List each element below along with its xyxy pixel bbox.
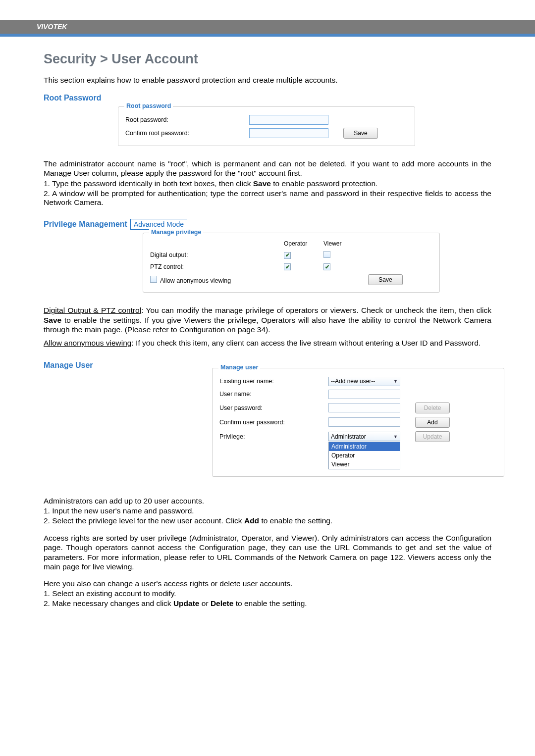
existing-user-label: Existing user name:	[219, 378, 328, 385]
delete-button[interactable]: Delete	[415, 403, 450, 413]
intro-text: This section explains how to enable pass…	[44, 76, 491, 85]
priv-opt-viewer[interactable]: Viewer	[329, 460, 400, 469]
manage-privilege-panel: Manage privilege Operator Viewer Digital…	[143, 233, 440, 293]
root-password-legend: Root password	[124, 102, 173, 109]
row-ptz-control: PTZ control:	[150, 263, 284, 270]
user-password-label: User password:	[219, 404, 328, 411]
mu-p7: 2. Make necessary changes and click Upda…	[44, 599, 491, 608]
allow-anonymous-checkbox[interactable]	[150, 276, 157, 283]
do-viewer-checkbox[interactable]	[323, 251, 330, 258]
advanced-mode-badge: Advanced Mode	[130, 219, 187, 230]
root-password-heading: Root Password	[44, 94, 491, 102]
root-password-label: Root password:	[125, 116, 249, 123]
confirm-root-password-input[interactable]	[249, 128, 328, 138]
ptz-viewer-checkbox[interactable]: ✔	[323, 263, 330, 270]
update-button[interactable]: Update	[415, 431, 450, 442]
manage-user-panel: Manage user Existing user name: --Add ne…	[212, 368, 504, 477]
manage-privilege-legend: Manage privilege	[149, 229, 203, 236]
col-viewer: Viewer	[323, 240, 363, 247]
priv-desc-para: Digital Output & PTZ control: You can mo…	[44, 305, 491, 334]
brand-label: VIVOTEK	[37, 23, 67, 31]
mu-p2: 1. Input the new user's name and passwor…	[44, 506, 491, 515]
root-desc-line2: 2. A window will be prompted for authent…	[44, 189, 491, 207]
ptz-operator-checkbox[interactable]: ✔	[284, 263, 291, 270]
mu-p3: 2. Select the privilege level for the ne…	[44, 516, 491, 525]
row-allow-anonymous: Allow anonymous viewing	[150, 276, 284, 284]
root-save-button[interactable]: Save	[343, 128, 378, 139]
anon-desc-para: Allow anonymous viewing: If you check th…	[44, 338, 491, 348]
doc-header: VIVOTEK	[0, 20, 535, 34]
mu-p6: 1. Select an existing account to modify.	[44, 589, 491, 598]
page-title: Security > User Account	[44, 51, 491, 67]
user-password-input[interactable]	[328, 403, 400, 412]
chevron-down-icon: ▼	[393, 434, 398, 439]
user-name-label: User name:	[219, 391, 328, 398]
existing-user-select[interactable]: --Add new user--▼	[328, 377, 400, 386]
do-operator-checkbox[interactable]: ✔	[284, 252, 291, 259]
privilege-select[interactable]: Administrator▼	[328, 432, 400, 441]
confirm-root-password-label: Confirm root password:	[125, 130, 249, 137]
confirm-user-password-input[interactable]	[328, 417, 400, 427]
root-password-input[interactable]	[249, 115, 328, 125]
add-button[interactable]: Add	[415, 417, 450, 428]
priv-opt-admin[interactable]: Administrator	[329, 442, 400, 451]
privilege-label: Privilege:	[219, 433, 328, 440]
privilege-dropdown[interactable]: Administrator Operator Viewer	[328, 442, 400, 469]
manage-user-heading: Manage User	[44, 361, 93, 370]
root-password-panel: Root password Root password: Confirm roo…	[118, 106, 415, 146]
root-desc-line1: 1. Type the password identically in both…	[44, 179, 491, 188]
col-operator: Operator	[284, 240, 323, 247]
user-name-input[interactable]	[328, 390, 400, 399]
manage-user-legend: Manage user	[218, 364, 260, 371]
confirm-user-password-label: Confirm user password:	[219, 419, 328, 426]
root-desc-para: The administrator account name is "root"…	[44, 159, 491, 178]
chevron-down-icon: ▼	[393, 379, 398, 384]
priv-opt-operator[interactable]: Operator	[329, 451, 400, 460]
privilege-mgmt-heading: Privilege Management	[44, 220, 127, 229]
mu-p5: Here you also can change a user's access…	[44, 579, 491, 588]
row-digital-output: Digital output:	[150, 252, 284, 258]
privilege-save-button[interactable]: Save	[368, 274, 403, 285]
mu-p4: Access rights are sorted by user privile…	[44, 533, 491, 572]
mu-p1: Administrators can add up to 20 user acc…	[44, 497, 491, 505]
